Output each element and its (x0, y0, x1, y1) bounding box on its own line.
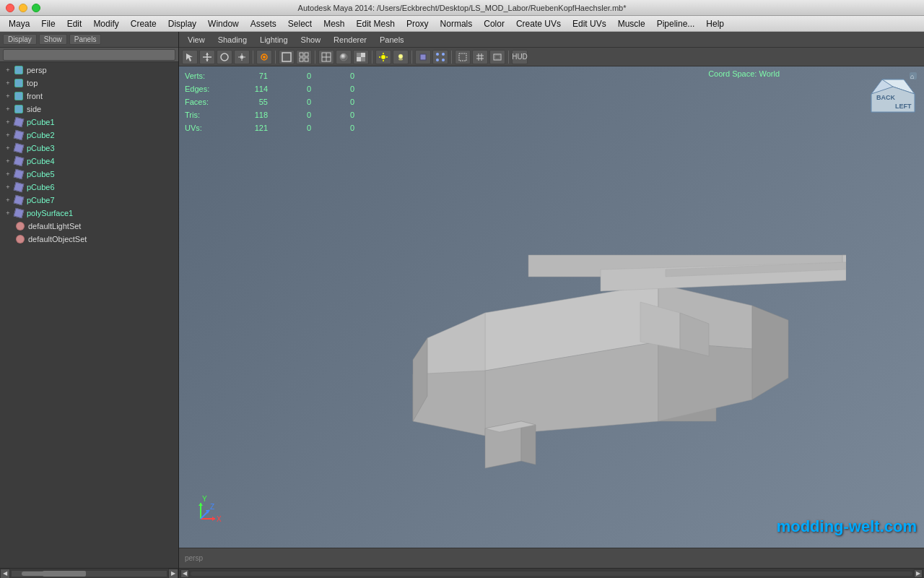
menu-muscle[interactable]: Muscle (612, 17, 651, 30)
outliner-label-pcube2: pCube2 (27, 131, 55, 139)
move-tool-button[interactable] (199, 50, 215, 64)
expand-icon[interactable]: + (3, 104, 13, 114)
vp-menu-lighting[interactable]: Lighting (254, 34, 294, 46)
vp-menu-panels[interactable]: Panels (374, 34, 410, 46)
menu-create[interactable]: Create (125, 17, 162, 30)
menu-pipeline[interactable]: Pipeline... (651, 17, 701, 30)
outliner[interactable]: + persp + top + front + side (0, 62, 178, 568)
expand-icon[interactable]: + (3, 182, 13, 192)
svg-marker-57 (752, 306, 788, 400)
scroll-left-button[interactable]: ◀ (0, 569, 10, 579)
menu-edit-uvs[interactable]: Edit UVs (567, 17, 612, 30)
window-controls[interactable] (6, 4, 40, 12)
search-input[interactable] (3, 49, 175, 61)
menu-window[interactable]: Window (202, 17, 245, 30)
select-tool-button[interactable] (182, 50, 198, 64)
hscroll-right[interactable]: ▶ (914, 569, 923, 578)
vp-menu-renderer[interactable]: Renderer (328, 34, 372, 46)
svg-text:BACK: BACK (876, 94, 895, 101)
menu-modify[interactable]: Modify (87, 17, 124, 30)
outliner-item-defaultobjectset[interactable]: defaultObjectSet (0, 233, 178, 246)
expand-icon[interactable]: + (3, 208, 13, 218)
four-pane-button[interactable] (296, 50, 312, 64)
soft-select-button[interactable] (256, 50, 272, 64)
outliner-item-pcube3[interactable]: + pCube3 (0, 142, 178, 155)
menu-proxy[interactable]: Proxy (401, 17, 435, 30)
vp-menu-show[interactable]: Show (295, 34, 327, 46)
outliner-item-pcube1[interactable]: + pCube1 (0, 116, 178, 129)
vp-menu-shading[interactable]: Shading (212, 34, 253, 46)
menu-color[interactable]: Color (478, 17, 510, 30)
view-cube[interactable]: BACK LEFT ⌂ (868, 72, 918, 123)
expand-icon[interactable]: + (3, 130, 13, 140)
single-pane-button[interactable] (279, 50, 295, 64)
expand-icon[interactable]: + (3, 143, 13, 153)
menu-normals[interactable]: Normals (435, 17, 479, 30)
menu-help[interactable]: Help (700, 17, 730, 30)
outliner-item-polysurface1[interactable]: + polySurface1 (0, 207, 178, 220)
viewport-3d[interactable]: Verts: 71 0 0 Edges: 114 0 0 Faces: 55 0… (179, 66, 924, 548)
menu-mesh[interactable]: Mesh (318, 17, 350, 30)
menu-select[interactable]: Select (282, 17, 318, 30)
toolbar-separator4 (372, 51, 372, 64)
menu-display[interactable]: Display (162, 17, 202, 30)
outliner-item-pcube4[interactable]: + pCube4 (0, 155, 178, 168)
outliner-item-front[interactable]: + front (0, 90, 178, 103)
verts-val2: 0 (282, 69, 311, 82)
close-button[interactable] (6, 4, 14, 12)
sidebar-tab-panels[interactable]: Panels (69, 34, 102, 45)
expand-icon[interactable]: + (3, 91, 13, 101)
set-icon (14, 233, 26, 245)
stats-overlay: Verts: 71 0 0 Edges: 114 0 0 Faces: 55 0… (185, 69, 354, 134)
menu-file[interactable]: File (35, 17, 61, 30)
outliner-item-persp[interactable]: + persp (0, 64, 178, 77)
menu-create-uvs[interactable]: Create UVs (510, 17, 567, 30)
outliner-label-pcube1: pCube1 (27, 118, 55, 126)
vp-menu-view[interactable]: View (182, 34, 211, 46)
menu-edit-mesh[interactable]: Edit Mesh (351, 17, 401, 30)
wireframe-button[interactable] (318, 50, 334, 64)
smooth-shade-button[interactable] (336, 50, 352, 64)
outliner-item-pcube2[interactable]: + pCube2 (0, 129, 178, 142)
ambient-light-button[interactable] (375, 50, 391, 64)
component-mode-button[interactable] (432, 50, 448, 64)
menu-edit[interactable]: Edit (61, 17, 88, 30)
maximize-button[interactable] (32, 4, 40, 12)
3d-model-area[interactable] (355, 197, 846, 472)
uvs-label: UVs: (185, 121, 225, 134)
expand-icon[interactable]: + (3, 195, 13, 205)
expand-icon[interactable]: + (3, 78, 13, 88)
rotate-tool-button[interactable] (217, 50, 232, 64)
expand-icon[interactable]: + (3, 117, 13, 127)
outliner-label-pcube5: pCube5 (27, 170, 55, 178)
outliner-item-pcube5[interactable]: + pCube5 (0, 168, 178, 181)
object-mode-button[interactable] (415, 50, 431, 64)
texture-button[interactable] (353, 50, 369, 64)
outliner-item-pcube6[interactable]: + pCube6 (0, 181, 178, 194)
expand-icon[interactable]: + (3, 65, 13, 75)
all-lights-button[interactable] (393, 50, 409, 64)
outliner-item-top[interactable]: + top (0, 77, 178, 90)
scroll-right-button[interactable]: ▶ (168, 569, 178, 579)
outliner-item-side[interactable]: + side (0, 103, 178, 116)
outliner-label-pcube6: pCube6 (27, 183, 55, 191)
outliner-item-defaultlightset[interactable]: defaultLightSet (0, 220, 178, 233)
outliner-item-pcube7[interactable]: + pCube7 (0, 194, 178, 207)
resolution-gate-button[interactable] (489, 50, 505, 64)
expand-icon[interactable]: + (3, 156, 13, 166)
grid-button[interactable] (472, 50, 488, 64)
menu-assets[interactable]: Assets (245, 17, 282, 30)
expand-icon[interactable]: + (3, 169, 13, 179)
minimize-button[interactable] (19, 4, 27, 12)
hscroll-left[interactable]: ◀ (180, 569, 189, 578)
sidebar-tab-show[interactable]: Show (39, 34, 67, 45)
hscroll-thumb[interactable] (22, 571, 79, 576)
svg-marker-61 (521, 421, 536, 465)
hud-button[interactable]: HUD (512, 50, 528, 64)
scale-tool-button[interactable] (234, 50, 250, 64)
cube-icon (13, 129, 25, 141)
menu-maya[interactable]: Maya (3, 17, 35, 30)
sidebar-tab-display[interactable]: Display (3, 34, 37, 45)
verts-label: Verts: (185, 69, 225, 82)
isolate-button[interactable] (455, 50, 471, 64)
